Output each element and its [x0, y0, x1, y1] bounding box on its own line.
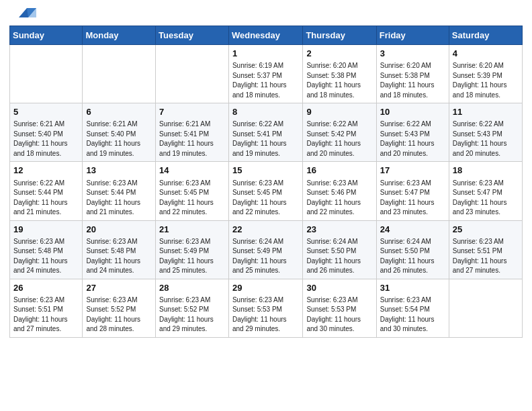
calendar-cell: 23Sunrise: 6:24 AM Sunset: 5:50 PM Dayli… — [303, 220, 376, 279]
day-number: 18 — [453, 165, 519, 177]
calendar-week-row: 12Sunrise: 6:22 AM Sunset: 5:44 PM Dayli… — [10, 162, 523, 220]
calendar-cell: 29Sunrise: 6:23 AM Sunset: 5:53 PM Dayli… — [228, 279, 302, 337]
calendar-cell: 10Sunrise: 6:22 AM Sunset: 5:43 PM Dayli… — [376, 103, 449, 162]
calendar-cell: 1Sunrise: 6:19 AM Sunset: 5:37 PM Daylig… — [228, 45, 302, 103]
day-number: 26 — [13, 282, 79, 294]
calendar-header-row: SundayMondayTuesdayWednesdayThursdayFrid… — [10, 26, 523, 45]
calendar-week-row: 26Sunrise: 6:23 AM Sunset: 5:51 PM Dayli… — [10, 279, 523, 337]
calendar-cell — [83, 45, 156, 103]
day-number: 6 — [86, 106, 152, 118]
calendar-cell: 7Sunrise: 6:21 AM Sunset: 5:41 PM Daylig… — [156, 103, 229, 162]
day-number: 9 — [306, 106, 372, 118]
weekday-header-tuesday: Tuesday — [156, 26, 229, 45]
day-number: 16 — [306, 165, 372, 177]
day-info: Sunrise: 6:23 AM Sunset: 5:53 PM Dayligh… — [306, 295, 372, 334]
day-info: Sunrise: 6:24 AM Sunset: 5:50 PM Dayligh… — [306, 237, 372, 276]
day-info: Sunrise: 6:22 AM Sunset: 5:44 PM Dayligh… — [13, 179, 79, 218]
calendar-cell — [449, 279, 522, 337]
calendar-cell: 24Sunrise: 6:24 AM Sunset: 5:50 PM Dayli… — [376, 220, 449, 279]
calendar-cell: 4Sunrise: 6:20 AM Sunset: 5:39 PM Daylig… — [449, 45, 522, 103]
day-info: Sunrise: 6:22 AM Sunset: 5:41 PM Dayligh… — [232, 120, 299, 158]
calendar-cell: 18Sunrise: 6:23 AM Sunset: 5:47 PM Dayli… — [449, 162, 522, 220]
day-number: 22 — [232, 224, 299, 236]
day-number: 3 — [380, 48, 445, 60]
day-info: Sunrise: 6:20 AM Sunset: 5:38 PM Dayligh… — [380, 61, 445, 100]
calendar-cell: 5Sunrise: 6:21 AM Sunset: 5:40 PM Daylig… — [10, 103, 83, 162]
calendar-week-row: 1Sunrise: 6:19 AM Sunset: 5:37 PM Daylig… — [10, 45, 523, 103]
weekday-header-thursday: Thursday — [303, 26, 376, 45]
day-info: Sunrise: 6:23 AM Sunset: 5:52 PM Dayligh… — [86, 295, 152, 334]
day-number: 10 — [380, 106, 445, 118]
weekday-header-monday: Monday — [83, 26, 156, 45]
day-number: 29 — [232, 282, 299, 294]
day-info: Sunrise: 6:21 AM Sunset: 5:40 PM Dayligh… — [86, 120, 152, 158]
logo — [9, 9, 38, 20]
calendar-cell: 30Sunrise: 6:23 AM Sunset: 5:53 PM Dayli… — [303, 279, 376, 337]
day-number: 8 — [232, 106, 299, 118]
day-number: 24 — [380, 224, 445, 236]
day-info: Sunrise: 6:23 AM Sunset: 5:46 PM Dayligh… — [306, 179, 372, 218]
day-number: 2 — [306, 48, 372, 60]
calendar-cell: 21Sunrise: 6:23 AM Sunset: 5:49 PM Dayli… — [156, 220, 229, 279]
calendar-cell: 22Sunrise: 6:24 AM Sunset: 5:49 PM Dayli… — [228, 220, 302, 279]
day-number: 30 — [306, 282, 372, 294]
day-info: Sunrise: 6:23 AM Sunset: 5:51 PM Dayligh… — [13, 295, 79, 334]
weekday-header-friday: Friday — [376, 26, 449, 45]
calendar-cell: 12Sunrise: 6:22 AM Sunset: 5:44 PM Dayli… — [10, 162, 83, 220]
calendar-cell — [10, 45, 83, 103]
day-number: 12 — [13, 165, 79, 177]
day-info: Sunrise: 6:20 AM Sunset: 5:39 PM Dayligh… — [453, 61, 519, 100]
day-number: 31 — [380, 282, 445, 294]
calendar-cell: 14Sunrise: 6:23 AM Sunset: 5:45 PM Dayli… — [156, 162, 229, 220]
svg-marker-1 — [27, 8, 36, 17]
day-info: Sunrise: 6:23 AM Sunset: 5:44 PM Dayligh… — [86, 179, 152, 218]
day-number: 11 — [453, 106, 519, 118]
day-info: Sunrise: 6:23 AM Sunset: 5:49 PM Dayligh… — [159, 237, 225, 276]
day-number: 5 — [13, 106, 79, 118]
day-info: Sunrise: 6:23 AM Sunset: 5:45 PM Dayligh… — [159, 179, 225, 218]
calendar-cell: 17Sunrise: 6:23 AM Sunset: 5:47 PM Dayli… — [376, 162, 449, 220]
calendar-cell: 13Sunrise: 6:23 AM Sunset: 5:44 PM Dayli… — [83, 162, 156, 220]
day-info: Sunrise: 6:22 AM Sunset: 5:43 PM Dayligh… — [380, 120, 445, 158]
day-info: Sunrise: 6:23 AM Sunset: 5:48 PM Dayligh… — [13, 237, 79, 276]
day-number: 17 — [380, 165, 445, 177]
day-info: Sunrise: 6:23 AM Sunset: 5:48 PM Dayligh… — [86, 237, 152, 276]
day-info: Sunrise: 6:22 AM Sunset: 5:42 PM Dayligh… — [306, 120, 372, 158]
day-number: 14 — [159, 165, 225, 177]
day-info: Sunrise: 6:21 AM Sunset: 5:41 PM Dayligh… — [159, 120, 225, 158]
calendar-cell: 16Sunrise: 6:23 AM Sunset: 5:46 PM Dayli… — [303, 162, 376, 220]
day-number: 20 — [86, 224, 152, 236]
day-number: 27 — [86, 282, 152, 294]
day-info: Sunrise: 6:23 AM Sunset: 5:52 PM Dayligh… — [159, 295, 225, 334]
day-info: Sunrise: 6:21 AM Sunset: 5:40 PM Dayligh… — [13, 120, 79, 158]
day-info: Sunrise: 6:23 AM Sunset: 5:54 PM Dayligh… — [380, 295, 445, 334]
calendar-cell: 3Sunrise: 6:20 AM Sunset: 5:38 PM Daylig… — [376, 45, 449, 103]
page: SundayMondayTuesdayWednesdayThursdayFrid… — [0, 0, 532, 411]
calendar-cell: 15Sunrise: 6:23 AM Sunset: 5:45 PM Dayli… — [228, 162, 302, 220]
day-info: Sunrise: 6:23 AM Sunset: 5:47 PM Dayligh… — [453, 179, 519, 218]
day-number: 1 — [232, 48, 299, 60]
calendar-cell: 20Sunrise: 6:23 AM Sunset: 5:48 PM Dayli… — [83, 220, 156, 279]
weekday-header-saturday: Saturday — [449, 26, 522, 45]
calendar-cell: 11Sunrise: 6:22 AM Sunset: 5:43 PM Dayli… — [449, 103, 522, 162]
day-info: Sunrise: 6:23 AM Sunset: 5:45 PM Dayligh… — [232, 179, 299, 218]
day-number: 28 — [159, 282, 225, 294]
calendar-cell: 8Sunrise: 6:22 AM Sunset: 5:41 PM Daylig… — [228, 103, 302, 162]
calendar-cell: 6Sunrise: 6:21 AM Sunset: 5:40 PM Daylig… — [83, 103, 156, 162]
calendar-cell — [156, 45, 229, 103]
calendar-cell: 2Sunrise: 6:20 AM Sunset: 5:38 PM Daylig… — [303, 45, 376, 103]
calendar-cell: 26Sunrise: 6:23 AM Sunset: 5:51 PM Dayli… — [10, 279, 83, 337]
weekday-header-sunday: Sunday — [10, 26, 83, 45]
calendar-cell: 27Sunrise: 6:23 AM Sunset: 5:52 PM Dayli… — [83, 279, 156, 337]
calendar-cell: 28Sunrise: 6:23 AM Sunset: 5:52 PM Dayli… — [156, 279, 229, 337]
logo-icon — [12, 5, 38, 20]
day-number: 15 — [232, 165, 299, 177]
calendar-cell: 31Sunrise: 6:23 AM Sunset: 5:54 PM Dayli… — [376, 279, 449, 337]
day-info: Sunrise: 6:22 AM Sunset: 5:43 PM Dayligh… — [453, 120, 519, 158]
day-number: 13 — [86, 165, 152, 177]
day-number: 4 — [453, 48, 519, 60]
calendar-cell: 25Sunrise: 6:23 AM Sunset: 5:51 PM Dayli… — [449, 220, 522, 279]
day-number: 19 — [13, 224, 79, 236]
calendar-table: SundayMondayTuesdayWednesdayThursdayFrid… — [9, 26, 523, 338]
day-number: 25 — [453, 224, 519, 236]
